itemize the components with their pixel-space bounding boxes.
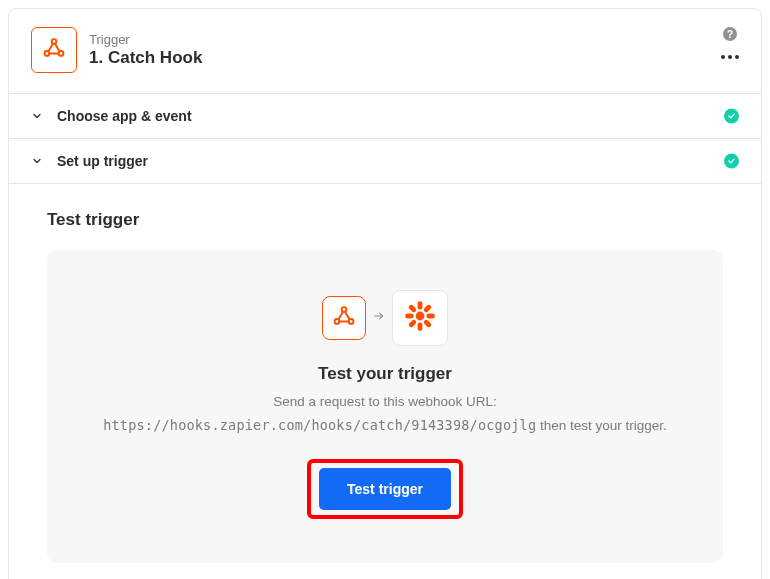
step-header-actions: ? <box>721 27 739 59</box>
chevron-down-icon <box>31 155 43 167</box>
svg-rect-8 <box>418 301 423 310</box>
test-trigger-panel: Test your trigger Send a request to this… <box>47 250 723 563</box>
zapier-icon <box>403 299 437 337</box>
webhook-url: https://hooks.zapier.com/hooks/catch/914… <box>103 417 536 433</box>
section-row-setup-trigger[interactable]: Set up trigger <box>9 138 761 183</box>
test-trigger-button[interactable]: Test trigger <box>319 468 451 510</box>
highlight-annotation: Test trigger <box>307 459 463 519</box>
zapier-logo-tile <box>392 290 448 346</box>
webhook-url-line: https://hooks.zapier.com/hooks/catch/914… <box>67 417 703 433</box>
help-icon[interactable]: ? <box>723 27 737 41</box>
logo-flow-row <box>67 290 703 346</box>
svg-rect-15 <box>423 319 432 328</box>
section-test-trigger: Test trigger <box>9 183 761 579</box>
more-options-icon[interactable] <box>721 55 739 59</box>
svg-rect-13 <box>408 319 417 328</box>
step-eyebrow: Trigger <box>89 32 202 48</box>
chevron-down-icon <box>31 110 43 122</box>
check-complete-icon <box>724 109 739 124</box>
section-label: Set up trigger <box>57 153 148 169</box>
svg-rect-11 <box>426 314 435 319</box>
webhook-icon <box>41 35 67 65</box>
webhook-icon <box>331 303 357 333</box>
section-label: Choose app & event <box>57 108 192 124</box>
check-complete-icon <box>724 154 739 169</box>
app-logo-tile <box>31 27 77 73</box>
step-header-labels: Trigger 1. Catch Hook <box>89 32 202 68</box>
step-header: Trigger 1. Catch Hook ? <box>9 9 761 93</box>
arrow-right-icon <box>372 309 386 327</box>
test-panel-instruction: Send a request to this webhook URL: <box>67 394 703 409</box>
svg-rect-12 <box>423 304 432 313</box>
svg-rect-9 <box>418 322 423 331</box>
step-title: 1. Catch Hook <box>89 48 202 68</box>
section-row-choose-app[interactable]: Choose app & event <box>9 93 761 138</box>
svg-point-7 <box>416 312 425 321</box>
trigger-step-card: Trigger 1. Catch Hook ? Choose app & eve… <box>8 8 762 579</box>
webhook-url-suffix: then test your trigger. <box>536 418 667 433</box>
svg-rect-10 <box>405 314 414 319</box>
webhook-logo-tile <box>322 296 366 340</box>
test-panel-title: Test your trigger <box>67 364 703 384</box>
test-trigger-heading: Test trigger <box>47 210 723 230</box>
svg-rect-14 <box>408 304 417 313</box>
